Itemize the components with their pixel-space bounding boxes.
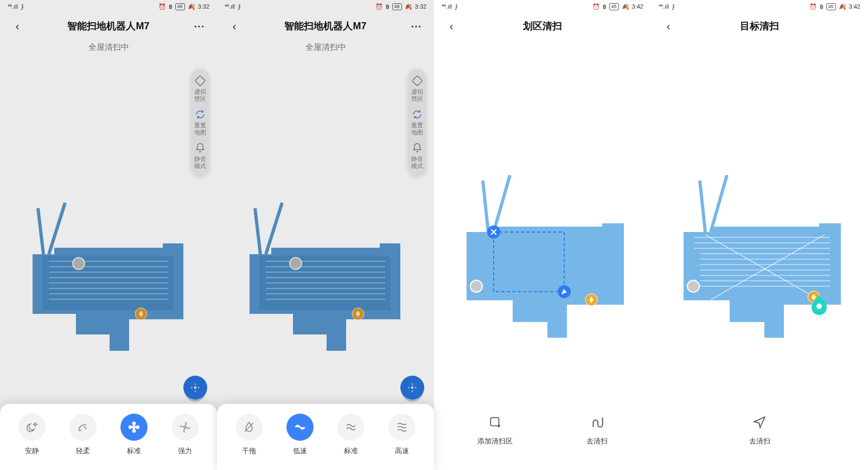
action-label: 去清扫 — [586, 436, 608, 446]
status-text: 全屋清扫中 — [217, 39, 434, 55]
bluetooth-icon: ฿ — [386, 3, 390, 10]
screen-1-suction-modes: ⁴⁶.ıll⨓ ⏰฿48🍂3:32 ‹ 智能扫地机器人M7 ⋯ 全屋清扫中 虚拟… — [0, 0, 217, 470]
wifi-icon: ⨓ — [455, 3, 458, 10]
mode-label: 标准 — [127, 446, 141, 456]
page-title: 目标清扫 — [740, 20, 779, 33]
svg-point-4 — [194, 387, 197, 389]
floor-map[interactable] — [667, 153, 852, 338]
back-button[interactable]: ‹ — [10, 20, 25, 33]
screen-3-zone-clean: ⁴⁶.ıll⨓ ⏰฿45🍂3:42 ‹ 划区清扫 1× 添加清扫区 — [434, 0, 651, 470]
droplet-slash-icon — [242, 421, 256, 434]
app-header: ‹ 划区清扫 — [434, 13, 651, 39]
suction-strong[interactable]: 强力 — [171, 414, 199, 456]
wifi-icon: ⨓ — [238, 3, 241, 10]
app-header: ‹ 目标清扫 — [651, 13, 868, 39]
back-button[interactable]: ‹ — [661, 20, 676, 33]
suction-standard[interactable]: 标准 — [120, 414, 148, 456]
back-button[interactable]: ‹ — [444, 20, 459, 33]
water-low[interactable]: 低速 — [286, 414, 314, 456]
floor-map[interactable] — [450, 153, 635, 338]
svg-point-11 — [411, 387, 414, 389]
map-svg — [450, 153, 635, 338]
status-bar: ⁴⁶.ıll⨓ ⏰฿48🍂3:32 — [217, 0, 434, 13]
square-icon — [195, 75, 206, 86]
signal-icon: ⁴⁶.ıll — [8, 3, 18, 10]
more-button[interactable]: ⋯ — [409, 20, 424, 33]
fan-icon — [127, 420, 141, 434]
go-clean-button[interactable]: 去清扫 — [749, 414, 770, 446]
app-header: ‹ 智能扫地机器人M7 ⋯ — [0, 13, 217, 39]
signal-icon: ⁴⁶.ıll — [225, 3, 235, 10]
svg-point-19 — [687, 280, 699, 292]
main-area: 1× — [434, 39, 651, 470]
water-standard[interactable]: 标准 — [337, 414, 365, 456]
bluetooth-icon: ฿ — [603, 3, 607, 10]
svg-rect-0 — [195, 76, 206, 86]
svg-point-16 — [470, 280, 482, 292]
bluetooth-icon: ฿ — [820, 3, 824, 10]
battery-indicator: 45 — [826, 3, 836, 10]
go-clean-button[interactable]: 去清扫 — [586, 414, 608, 446]
virtual-wall-tool[interactable]: 虚拟 禁区 — [194, 75, 206, 102]
floor-map[interactable] — [233, 170, 418, 355]
add-zone-button[interactable]: 添加清扫区 — [477, 414, 513, 446]
dpad-icon — [189, 382, 201, 394]
app-header: ‹ 智能扫地机器人M7 ⋯ — [217, 13, 434, 39]
route-icon — [590, 415, 604, 429]
mode-label: 安静 — [25, 446, 39, 456]
moon-star-icon — [25, 421, 39, 434]
bell-icon — [195, 143, 206, 153]
mode-label: 轻柔 — [76, 446, 90, 456]
battery-indicator: 48 — [175, 3, 185, 10]
wifi-icon: ⨓ — [672, 3, 675, 10]
alarm-icon: ⏰ — [592, 3, 600, 10]
tool-label: 虚拟 禁区 — [194, 88, 206, 102]
reset-map-tool[interactable]: 重置 地图 — [411, 109, 423, 136]
reset-map-tool[interactable]: 重置 地图 — [194, 109, 206, 136]
more-button[interactable]: ⋯ — [192, 20, 207, 33]
battery-indicator: 45 — [609, 3, 619, 10]
manual-control-button[interactable] — [400, 376, 424, 400]
mute-mode-tool[interactable]: 静音 模式 — [411, 143, 423, 170]
wave-2-icon — [344, 421, 358, 434]
suction-gentle[interactable]: 轻柔 — [69, 414, 97, 456]
clock-text: 3:32 — [198, 3, 209, 10]
water-high[interactable]: 高速 — [388, 414, 416, 456]
manual-control-button[interactable] — [183, 376, 207, 400]
wifi-icon: ⨓ — [21, 3, 24, 10]
page-title: 划区清扫 — [523, 20, 562, 33]
clock-text: 3:42 — [849, 3, 860, 10]
status-bar: ⁴⁶.ıll⨓ ⏰฿45🍂3:42 — [434, 0, 651, 13]
water-mode-sheet: 干拖 低速 标准 高速 — [217, 404, 434, 470]
main-area: 请点击地图放置目标点 — [651, 39, 868, 470]
leaf-icon: 🍂 — [622, 3, 629, 10]
alarm-icon: ⏰ — [375, 3, 383, 10]
tool-label: 重置 地图 — [194, 122, 206, 136]
wave-3-icon — [395, 421, 409, 434]
bottom-actions: 添加清扫区 去清扫 — [434, 406, 651, 470]
virtual-wall-tool[interactable]: 虚拟 禁区 — [411, 75, 423, 102]
bottom-actions: 去清扫 — [651, 406, 868, 470]
action-label: 去清扫 — [749, 436, 770, 446]
page-title: 智能扫地机器人M7 — [67, 20, 149, 33]
action-label: 添加清扫区 — [477, 436, 513, 446]
suction-quiet[interactable]: 安静 — [18, 414, 46, 456]
status-text: 全屋清扫中 — [0, 39, 217, 55]
square-icon — [412, 75, 423, 86]
clock-text: 3:42 — [632, 3, 643, 10]
svg-point-21 — [816, 304, 822, 309]
water-dry[interactable]: 干拖 — [235, 414, 263, 456]
signal-icon: ⁴⁶.ıll — [442, 3, 452, 10]
tool-label: 静音 模式 — [194, 156, 206, 170]
leaf-icon: 🍂 — [188, 3, 195, 10]
leaf-icon: 🍂 — [405, 3, 412, 10]
back-button[interactable]: ‹ — [227, 20, 242, 33]
mute-mode-tool[interactable]: 静音 模式 — [194, 143, 206, 170]
navigate-icon — [752, 415, 767, 429]
floor-map[interactable] — [16, 170, 201, 355]
status-bar: ⁴⁶.ıll⨓ ⏰฿45🍂3:42 — [651, 0, 868, 13]
svg-point-6 — [184, 426, 186, 428]
bell-icon — [412, 143, 423, 153]
svg-point-2 — [73, 257, 85, 269]
dpad-icon — [406, 382, 418, 394]
